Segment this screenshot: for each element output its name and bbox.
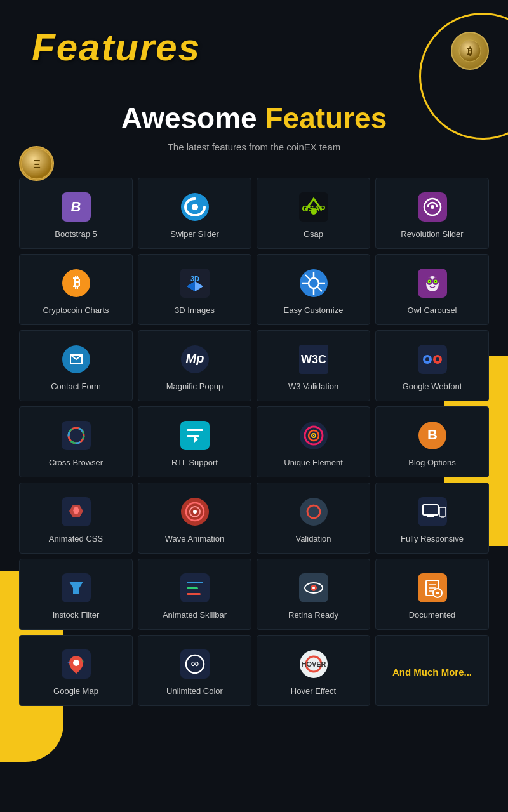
svg-text:B: B [427,427,438,443]
feature-card-25[interactable]: Google Map [19,635,133,706]
feature-icon-filter [60,572,92,604]
feature-card-22[interactable]: Animated Skillbar [138,559,251,630]
feature-card-7[interactable]: Easy Customize [257,254,370,325]
feature-card-10[interactable]: MpMagnific Popup [138,330,251,401]
feature-label-18: Wave Animation [165,534,224,543]
feature-label-1: Bootstrap 5 [55,229,97,239]
svg-point-8 [311,208,317,215]
feature-card-16[interactable]: BBlog Options [375,406,489,477]
feature-icon-easycustomize [298,267,330,299]
svg-rect-64 [418,497,447,526]
feature-icon-crossbrowser [60,420,92,451]
feature-icon-contactform [60,343,92,375]
feature-icon-rtl [179,420,211,451]
feature-card-28[interactable]: And Much More... [375,635,489,706]
feature-card-8[interactable]: Owl Carousel [375,254,489,325]
feature-icon-w3: W3C [298,343,330,375]
feature-icon-magnific: Mp [179,343,211,375]
header: Features [0,0,508,82]
feature-label-27: Hover Effect [291,686,336,696]
feature-card-9[interactable]: Contact Form [19,330,133,401]
feature-card-18[interactable]: Wave Animation [138,483,251,554]
feature-card-20[interactable]: Fully Responsive [375,483,489,554]
feature-card-6[interactable]: 3D3D Images [138,254,251,325]
feature-card-13[interactable]: Cross Browser [19,406,133,477]
feature-label-7: Easy Customize [284,305,344,315]
feature-label-28: And Much More... [392,667,472,677]
feature-card-12[interactable]: Google Webfont [375,330,489,401]
feature-label-25: Google Map [53,686,98,696]
feature-label-4: Revolution Slider [401,229,463,239]
feature-card-26[interactable]: ∞Unlimited Color [138,635,251,706]
feature-icon-3d: 3D [179,267,211,299]
subtitle-heading: Awesome Features [32,101,476,135]
feature-icon-crypto: ₿ [60,267,92,299]
feature-card-3[interactable]: GSAPGsap [257,178,370,249]
feature-label-2: Swiper Slider [170,229,219,239]
feature-card-2[interactable]: Swiper Slider [138,178,251,249]
feature-card-11[interactable]: W3CW3 Validation [257,330,370,401]
feature-card-23[interactable]: Retina Ready [257,559,370,630]
feature-icon-color: ∞ [179,648,211,680]
svg-point-61 [300,498,328,526]
feature-label-21: Instock Filter [53,610,100,620]
svg-text:₿: ₿ [467,46,472,57]
page-wrapper: ₿ Features Ξ Awesome Features The latest… [0,0,508,812]
subtitle-white: Awesome [121,102,265,135]
feature-icon-revolution [417,191,448,223]
feature-label-6: 3D Images [175,305,215,315]
feature-label-10: Magnific Popup [166,382,224,391]
svg-text:₿: ₿ [72,274,79,290]
svg-text:Ξ: Ξ [33,158,41,171]
feature-icon-animatedcss [60,496,92,528]
feature-label-13: Cross Browser [49,458,103,467]
svg-text:W3C: W3C [301,353,326,366]
feature-label-17: Animated CSS [49,534,103,543]
feature-icon-googlefont [417,343,448,375]
feature-icon-retina [298,572,330,604]
feature-icon-unique [298,420,330,451]
subtitle-description: The latest features from the coinEX team [32,142,476,152]
feature-card-21[interactable]: Instock Filter [19,559,133,630]
feature-icon-owl [417,267,448,299]
svg-rect-46 [187,435,199,437]
svg-point-28 [429,281,430,282]
feature-label-20: Fully Responsive [401,534,464,543]
feature-icon-validation [298,496,330,528]
svg-point-29 [435,281,436,282]
feature-card-24[interactable]: Documented [375,559,489,630]
svg-rect-45 [187,429,203,431]
feature-card-19[interactable]: Validation [257,483,370,554]
svg-rect-68 [441,517,444,518]
feature-icon-swiper [179,191,211,223]
feature-card-4[interactable]: Revolution Slider [375,178,489,249]
features-grid: BBootstrap 5Swiper SliderGSAPGsapRevolut… [0,165,508,719]
feature-label-22: Animated Skillbar [163,610,227,620]
feature-card-17[interactable]: Animated CSS [19,483,133,554]
svg-point-51 [313,435,314,436]
svg-rect-74 [187,593,201,595]
coin-left: Ξ [19,146,54,181]
svg-text:Mp: Mp [185,351,204,365]
feature-label-3: Gsap [304,229,323,239]
feature-card-5[interactable]: ₿Cryptocoin Charts [19,254,133,325]
feature-card-14[interactable]: RTL Support [138,406,251,477]
feature-icon-wave [179,496,211,528]
feature-label-9: Contact Form [51,382,101,391]
svg-point-39 [436,357,439,361]
feature-card-1[interactable]: BBootstrap 5 [19,178,133,249]
svg-point-5 [192,204,198,210]
bitcoin-coin-top: ₿ [451,32,489,70]
feature-label-26: Unlimited Color [166,686,223,696]
svg-point-78 [312,587,315,589]
feature-card-27[interactable]: HOVERHover Effect [257,635,370,706]
svg-point-9 [431,205,434,209]
feature-label-23: Retina Ready [288,610,338,620]
svg-point-38 [425,357,429,361]
feature-card-15[interactable]: Unique Element [257,406,370,477]
feature-label-16: Blog Options [408,458,455,467]
feature-label-24: Documented [409,610,456,620]
svg-rect-72 [187,582,203,583]
feature-label-14: RTL Support [171,458,218,467]
feature-icon-blog: B [417,420,448,451]
